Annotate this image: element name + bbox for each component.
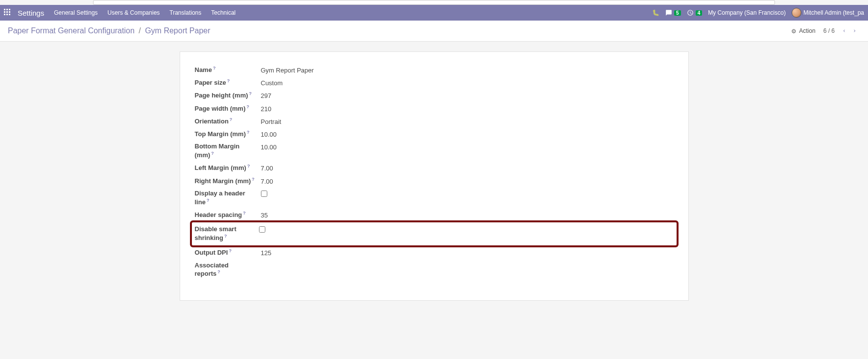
help-icon[interactable]: ? (229, 248, 232, 253)
field-label: Orientation? (192, 115, 258, 128)
form-row: Associated reports? (192, 260, 677, 281)
field-label: Header spacing? (192, 209, 258, 221)
company-switcher[interactable]: My Company (San Francisco) (708, 9, 786, 16)
pager-prev[interactable] (839, 25, 849, 36)
help-icon[interactable]: ? (252, 177, 255, 182)
field-label: Page width (mm)? (192, 102, 258, 115)
menu-translations[interactable]: Translations (169, 9, 201, 16)
field-value[interactable]: 125 (258, 246, 677, 259)
field-label: Disable smart shrinking? (194, 223, 256, 244)
form-row: Paper size?Custom (192, 76, 677, 89)
field-value[interactable]: 7.00 (258, 162, 677, 174)
field-value[interactable]: Gym Report Paper (258, 64, 677, 76)
pager-count[interactable]: 6 / 6 (823, 27, 835, 34)
messages-badge: 5 (674, 10, 681, 16)
help-icon[interactable]: ? (227, 78, 230, 83)
field-value (256, 223, 268, 244)
help-icon[interactable]: ? (224, 234, 227, 239)
field-value[interactable]: 7.00 (258, 175, 677, 188)
breadcrumb: Paper Format General Configuration / Gym… (8, 26, 211, 35)
form-row: Display a header line? (192, 188, 677, 209)
field-value[interactable]: 10.00 (258, 141, 677, 162)
field-label: Associated reports? (192, 260, 258, 281)
form-row: Disable smart shrinking? (192, 221, 677, 246)
avatar (792, 8, 801, 18)
field-value[interactable]: 35 (258, 209, 677, 221)
field-label: Paper size? (192, 76, 258, 89)
breadcrumb-separator: / (139, 26, 141, 35)
help-icon[interactable]: ? (207, 198, 210, 203)
user-menu[interactable]: Mitchell Admin (test_pa (792, 8, 864, 18)
checkbox-input[interactable] (261, 191, 267, 197)
bug-icon (652, 9, 659, 16)
field-value[interactable]: Portrait (258, 115, 677, 128)
field-label: Bottom Margin (mm)? (192, 141, 258, 162)
help-icon[interactable]: ? (213, 66, 216, 71)
chat-icon (665, 9, 672, 16)
field-label: Left Margin (mm)? (192, 162, 258, 174)
form-row: Right Margin (mm)?7.00 (192, 175, 677, 188)
content-area: Name?Gym Report PaperPaper size?CustomPa… (0, 42, 868, 311)
form-row: Page height (mm)?297 (192, 89, 677, 102)
form-sheet: Name?Gym Report PaperPaper size?CustomPa… (180, 51, 689, 301)
debug-icon[interactable] (652, 9, 659, 16)
field-label: Right Margin (mm)? (192, 175, 258, 188)
top-navbar: Settings General Settings Users & Compan… (0, 5, 868, 21)
form-table: Name?Gym Report PaperPaper size?CustomPa… (192, 64, 677, 281)
chevron-right-icon (852, 28, 857, 33)
field-value[interactable] (258, 188, 677, 209)
help-icon[interactable]: ? (247, 104, 250, 109)
help-icon[interactable]: ? (243, 211, 246, 215)
field-value[interactable] (258, 260, 677, 281)
form-row: Page width (mm)?210 (192, 102, 677, 115)
breadcrumb-bar: Paper Format General Configuration / Gym… (0, 21, 868, 42)
field-value[interactable]: Custom (258, 76, 677, 89)
form-row: Output DPI?125 (192, 246, 677, 259)
breadcrumb-current: Gym Report Paper (145, 26, 210, 35)
form-row: Bottom Margin (mm)?10.00 (192, 141, 677, 162)
help-icon[interactable]: ? (247, 164, 250, 168)
form-row: Name?Gym Report Paper (192, 64, 677, 76)
browser-url-strip (93, 0, 775, 5)
field-label: Top Margin (mm)? (192, 128, 258, 141)
action-dropdown[interactable]: Action (791, 27, 815, 34)
activities-indicator[interactable]: 4 (687, 9, 703, 16)
gear-icon (791, 28, 797, 34)
field-label: Output DPI? (192, 246, 258, 259)
activities-badge: 4 (696, 10, 703, 16)
messages-indicator[interactable]: 5 (665, 9, 681, 16)
menu-general-settings[interactable]: General Settings (54, 9, 97, 16)
breadcrumb-parent[interactable]: Paper Format General Configuration (8, 26, 135, 35)
app-brand[interactable]: Settings (18, 9, 44, 17)
help-icon[interactable]: ? (217, 269, 220, 274)
help-icon[interactable]: ? (247, 130, 250, 135)
form-row: Top Margin (mm)?10.00 (192, 128, 677, 141)
help-icon[interactable]: ? (230, 117, 233, 122)
field-value[interactable]: 10.00 (258, 128, 677, 141)
apps-grid-icon[interactable] (4, 9, 12, 17)
form-row: Left Margin (mm)?7.00 (192, 162, 677, 174)
form-row: Header spacing?35 (192, 209, 677, 221)
menu-users-companies[interactable]: Users & Companies (108, 9, 160, 16)
highlighted-row: Disable smart shrinking? (190, 220, 679, 247)
menu-technical[interactable]: Technical (211, 9, 235, 16)
pager-next[interactable] (849, 25, 860, 36)
help-icon[interactable]: ? (249, 91, 252, 96)
field-label: Name? (192, 64, 258, 76)
help-icon[interactable]: ? (211, 151, 214, 156)
field-value[interactable]: 210 (258, 102, 677, 115)
chevron-left-icon (842, 28, 846, 33)
field-label: Page height (mm)? (192, 89, 258, 102)
field-value[interactable]: 297 (258, 89, 677, 102)
checkbox-input[interactable] (259, 226, 265, 233)
clock-icon (687, 9, 694, 16)
user-name: Mitchell Admin (test_pa (803, 9, 864, 16)
action-label: Action (799, 27, 815, 34)
field-label: Display a header line? (192, 188, 258, 209)
form-row: Orientation?Portrait (192, 115, 677, 128)
